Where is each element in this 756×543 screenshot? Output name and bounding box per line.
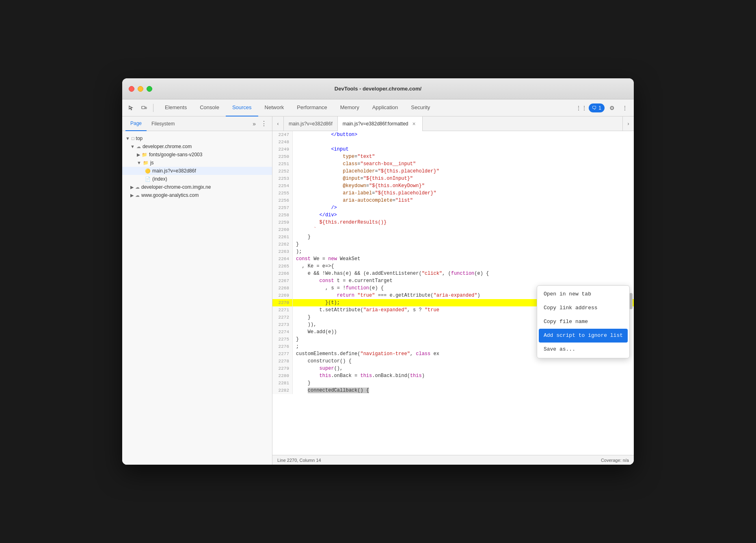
folder-icon: □	[132, 136, 134, 141]
coverage-status: Coverage: n/a	[601, 458, 629, 463]
tree-label-fonts: fonts/google-sans-v2003	[149, 152, 202, 157]
context-menu-copy-filename[interactable]: Copy file name	[537, 315, 629, 329]
toolbar-right: ⋮⋮ 🗨 1 ⚙ ⋮	[576, 102, 631, 114]
code-line-2281: 2281 }	[272, 379, 634, 387]
code-line-2247: 2247 </button>	[272, 131, 634, 138]
console-badge[interactable]: 🗨 1	[589, 103, 605, 112]
tab-application[interactable]: Application	[366, 99, 405, 116]
tree-label-index: (index)	[152, 176, 167, 182]
console-badge-icon: 🗨	[592, 105, 597, 111]
code-line-2248: 2248	[272, 138, 634, 146]
svg-rect-0	[142, 106, 145, 109]
tree-item-chrome-com[interactable]: ▼ ☁ developer.chrome.com	[122, 142, 272, 151]
window-title: DevTools - developer.chrome.com/	[335, 86, 421, 92]
tree-label-js: js	[150, 160, 154, 166]
sidebar-more-tabs[interactable]: »	[249, 121, 259, 127]
devtools-window: DevTools - developer.chrome.com/	[122, 78, 634, 465]
tree-item-fonts[interactable]: ▶ 📁 fonts/google-sans-v2003	[122, 151, 272, 159]
toolbar-separator	[153, 104, 153, 112]
file-html-icon: 📄	[145, 177, 151, 182]
tree-label-top: top	[136, 136, 143, 141]
settings-button[interactable]: ⚙	[606, 102, 618, 114]
context-menu-copy-link[interactable]: Copy link address	[537, 301, 629, 315]
tree-label-mainjs: main.js?v=e382d86f	[152, 168, 196, 174]
sidebar-tab-page[interactable]: Page	[125, 116, 147, 131]
arrow-closed-icon-1: ▶	[137, 152, 140, 157]
cloud-icon-1: ☁	[136, 144, 141, 149]
devtools-container: Elements Console Sources Network Perform…	[122, 99, 634, 465]
sources-panel: Page Filesystem » ⋮ ▼ □ top	[122, 116, 634, 465]
tree-item-imgix[interactable]: ▶ ☁ developer-chrome-com.imgix.ne	[122, 183, 272, 191]
svg-rect-1	[145, 107, 147, 109]
cloud-icon-2: ☁	[135, 185, 140, 190]
arrow-open-icon-2: ▼	[130, 144, 135, 149]
code-area: ‹ main.js?v=e382d86f main.js?v=e382d86f:…	[272, 116, 634, 465]
tab-network[interactable]: Network	[258, 99, 291, 116]
cursor-position: Line 2270, Column 14	[277, 458, 321, 463]
device-toolbar-button[interactable]	[138, 102, 150, 114]
tab-elements[interactable]: Elements	[158, 99, 193, 116]
close-button[interactable]	[129, 86, 134, 92]
tab-console[interactable]: Console	[193, 99, 226, 116]
context-menu-save-as[interactable]: Save as...	[537, 343, 629, 356]
file-tree: ▼ □ top ▼ ☁ developer.chrome.com ▶ 📁	[122, 131, 272, 465]
code-line-2259: 2259 ${this.renderResults()}	[272, 219, 634, 226]
maximize-button[interactable]	[147, 86, 152, 92]
code-line-2249: 2249 <input	[272, 146, 634, 153]
console-badge-count: 1	[598, 105, 601, 111]
context-menu-open-new-tab[interactable]: Open in new tab	[537, 287, 629, 301]
code-tabs: ‹ main.js?v=e382d86f main.js?v=e382d86f:…	[272, 116, 634, 131]
code-tab-mainjs-formatted-label: main.js?v=e382d86f:formatted	[343, 121, 408, 127]
tree-item-mainjs[interactable]: 🟡 main.js?v=e382d86f	[122, 167, 272, 175]
tab-performance[interactable]: Performance	[290, 99, 333, 116]
code-line-2266: 2266 e && !We.has(e) && (e.addEventListe…	[272, 270, 634, 277]
tab-security[interactable]: Security	[404, 99, 436, 116]
sidebar-tabs: Page Filesystem » ⋮	[122, 116, 272, 131]
arrow-open-icon: ▼	[125, 136, 130, 141]
minimize-button[interactable]	[138, 86, 143, 92]
code-tab-mainjs-formatted[interactable]: main.js?v=e382d86f:formatted ×	[338, 116, 423, 131]
arrow-closed-icon-3: ▶	[130, 193, 134, 198]
context-menu-add-to-ignore[interactable]: Add script to ignore list	[539, 329, 628, 343]
code-line-2280: 2280 this.onBack = this.onBack.bind(this…	[272, 372, 634, 379]
code-line-2256: 2256 aria-autocomplete="list"	[272, 197, 634, 204]
tree-label-analytics: www.google-analytics.com	[141, 192, 199, 198]
tab-memory[interactable]: Memory	[334, 99, 366, 116]
sources-sidebar: Page Filesystem » ⋮ ▼ □ top	[122, 116, 272, 465]
code-line-2254: 2254 @keydown="${this.onKeyDown}"	[272, 182, 634, 190]
devtools-tabs: Elements Console Sources Network Perform…	[158, 99, 576, 116]
devtools-toolbar: Elements Console Sources Network Perform…	[122, 99, 634, 116]
more-tabs-button[interactable]: ⋮⋮	[576, 102, 587, 114]
code-line-2278: 2278 constructor() {	[272, 358, 634, 365]
code-line-2253: 2253 @input="${this.onInput}"	[272, 175, 634, 182]
code-navigate-back[interactable]: ‹	[272, 116, 284, 131]
code-line-2258: 2258 </div>	[272, 211, 634, 219]
context-menu: Open in new tab Copy link address Copy f…	[537, 285, 630, 358]
title-bar: DevTools - developer.chrome.com/	[122, 78, 634, 99]
status-bar: Line 2270, Column 14 Coverage: n/a	[272, 455, 634, 465]
arrow-open-icon-3: ▼	[137, 160, 141, 165]
tree-label-chrome: developer.chrome.com	[143, 144, 192, 149]
code-line-2267: 2267 const t = e.currentTarget	[272, 277, 634, 284]
code-line-2257: 2257 />	[272, 204, 634, 211]
close-tab-button[interactable]: ×	[411, 121, 417, 127]
tree-item-top[interactable]: ▼ □ top	[122, 134, 272, 142]
tree-item-js[interactable]: ▼ 📁 js	[122, 159, 272, 167]
code-line-2265: 2265 , Ke = e=>{	[272, 263, 634, 270]
sidebar-tab-filesystem[interactable]: Filesystem	[147, 116, 179, 131]
code-line-2282: 2282 connectedCallback() {	[272, 387, 634, 394]
customize-button[interactable]: ⋮	[619, 102, 631, 114]
scrollbar-indicator	[629, 293, 633, 309]
sidebar-menu-button[interactable]: ⋮	[259, 119, 269, 129]
tree-item-index[interactable]: 📄 (index)	[122, 175, 272, 183]
code-tab-mainjs[interactable]: main.js?v=e382d86f	[284, 116, 338, 131]
code-line-2263: 2263 );	[272, 248, 634, 255]
code-tabs-right-button[interactable]: ›	[622, 116, 634, 131]
tab-sources[interactable]: Sources	[226, 99, 258, 116]
file-js-icon: 🟡	[145, 168, 151, 174]
inspect-element-button[interactable]	[125, 102, 137, 114]
code-line-2250: 2250 type="text"	[272, 153, 634, 160]
cloud-icon-3: ☁	[135, 193, 140, 198]
tree-item-analytics[interactable]: ▶ ☁ www.google-analytics.com	[122, 191, 272, 199]
code-editor[interactable]: 2247 </button> 2248 2249 <input	[272, 131, 634, 455]
